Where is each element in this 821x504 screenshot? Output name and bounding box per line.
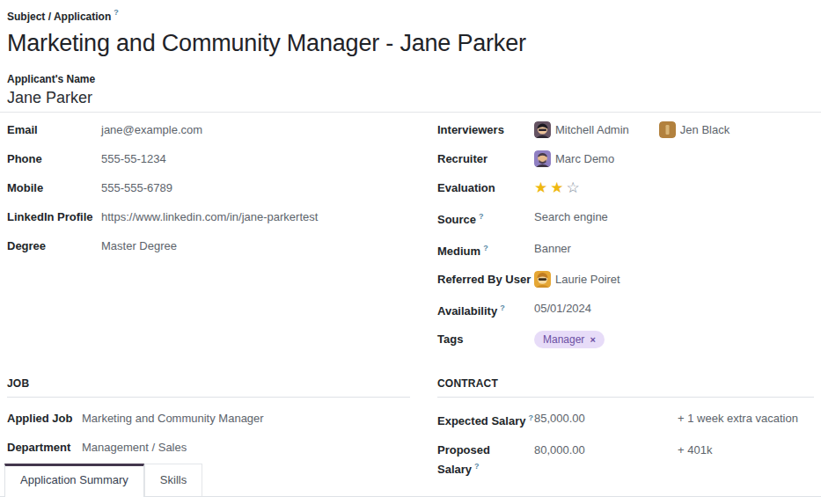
- mobile-value[interactable]: 555-555-6789: [101, 179, 172, 196]
- avatar-mitchell-admin-icon: [534, 121, 551, 138]
- field-linkedin: LinkedIn Profile https://www.linkedin.co…: [7, 208, 410, 226]
- field-expected-salary: Expected Salary? 85,000.00 + 1 week extr…: [437, 410, 814, 429]
- form-header: Subject / Application? Marketing and Com…: [0, 0, 821, 108]
- applicant-name-label: Applicant's Name: [7, 72, 814, 86]
- field-evaluation: Evaluation ★ ★ ☆: [437, 179, 814, 197]
- referred-user-laurie-poiret[interactable]: Laurie Poiret: [534, 271, 620, 288]
- medium-help-icon[interactable]: ?: [483, 244, 488, 252]
- interviewer-jen-black[interactable]: Jen Black: [659, 121, 729, 138]
- star-filled-icon[interactable]: ★: [550, 179, 563, 196]
- expected-salary-help-icon[interactable]: ?: [528, 413, 533, 422]
- field-email: Email jane@example.com: [7, 121, 410, 139]
- linkedin-label: LinkedIn Profile: [7, 208, 101, 225]
- interviewer-name: Mitchell Admin: [555, 121, 629, 138]
- email-label: Email: [7, 121, 101, 138]
- field-degree: Degree Master Degree: [7, 237, 410, 255]
- availability-value[interactable]: 05/01/2024: [534, 300, 591, 317]
- interviewer-name: Jen Black: [680, 121, 729, 138]
- tags-label: Tags: [437, 331, 534, 347]
- notebook-tabbar: Application Summary Skills: [0, 464, 821, 497]
- interviewers-label: Interviewers: [437, 121, 534, 138]
- field-recruiter: Recruiter Marc Demo: [437, 150, 814, 168]
- job-fields: Applied Job Marketing and Community Mana…: [7, 410, 410, 457]
- tag-remove-icon[interactable]: ×: [590, 333, 595, 346]
- recruiter-label: Recruiter: [437, 150, 534, 167]
- field-mobile: Mobile 555-555-6789: [7, 179, 410, 197]
- field-availability: Availability? 05/01/2024: [437, 300, 814, 319]
- contract-section-rule: [437, 397, 814, 398]
- tag-label: Manager: [543, 333, 584, 346]
- applied-job-value[interactable]: Marketing and Community Manager: [82, 410, 264, 427]
- field-department: Department Management / Sales: [7, 439, 410, 457]
- contract-section-title: CONTRACT: [437, 377, 814, 391]
- tab-application-summary[interactable]: Application Summary: [4, 464, 144, 497]
- recruiter-marc-demo[interactable]: Marc Demo: [534, 150, 614, 167]
- expected-salary-extra[interactable]: + 1 week extra vacation: [678, 410, 798, 427]
- right-column: Interviewers Mitchell Admin: [437, 121, 814, 360]
- source-value[interactable]: Search engine: [534, 208, 608, 225]
- field-referred-by: Referred By User Laurie Poiret: [437, 271, 814, 289]
- subject-label: Subject / Application: [7, 11, 111, 23]
- subject-help-icon[interactable]: ?: [114, 8, 119, 17]
- interviewers-value: Mitchell Admin Jen Black: [534, 121, 729, 138]
- availability-help-icon[interactable]: ?: [500, 303, 505, 312]
- subject-label-row: Subject / Application?: [7, 8, 814, 24]
- proposed-salary-extra[interactable]: + 401k: [678, 442, 712, 458]
- source-help-icon[interactable]: ?: [479, 212, 484, 221]
- interviewer-mitchell-admin[interactable]: Mitchell Admin: [534, 121, 629, 138]
- star-filled-icon[interactable]: ★: [534, 179, 547, 196]
- tab-skills[interactable]: Skills: [144, 464, 202, 496]
- avatar-marc-demo-icon: [534, 150, 551, 167]
- phone-value[interactable]: 555-55-1234: [101, 150, 166, 167]
- department-label: Department: [7, 439, 82, 456]
- field-applied-job: Applied Job Marketing and Community Mana…: [7, 410, 410, 427]
- avatar-jen-black-icon: [659, 121, 676, 138]
- phone-label: Phone: [7, 150, 101, 167]
- job-section-title: JOB: [7, 377, 410, 391]
- availability-label: Availability?: [437, 300, 534, 319]
- evaluation-rating: ★ ★ ☆: [534, 179, 580, 196]
- applicant-name-value[interactable]: Jane Parker: [7, 87, 814, 108]
- degree-value[interactable]: Master Degree: [101, 237, 177, 254]
- source-label: Source?: [437, 208, 534, 228]
- expected-salary-value[interactable]: 85,000.00: [534, 410, 678, 427]
- applicant-form-page: Subject / Application? Marketing and Com…: [0, 0, 821, 504]
- field-source: Source? Search engine: [437, 208, 814, 228]
- field-interviewers: Interviewers Mitchell Admin: [437, 121, 814, 139]
- job-section-rule: [7, 397, 410, 398]
- recruiter-name: Marc Demo: [555, 150, 614, 167]
- medium-value[interactable]: Banner: [534, 240, 571, 257]
- field-tags: Tags Manager ×: [437, 331, 814, 348]
- department-value[interactable]: Management / Sales: [82, 439, 187, 456]
- mobile-label: Mobile: [7, 179, 101, 196]
- referred-by-label: Referred By User: [437, 271, 534, 288]
- tag-manager[interactable]: Manager ×: [534, 331, 605, 348]
- email-value[interactable]: jane@example.com: [101, 121, 202, 138]
- expected-salary-label: Expected Salary?: [437, 410, 534, 429]
- field-phone: Phone 555-55-1234: [7, 150, 410, 168]
- field-medium: Medium? Banner: [437, 240, 814, 259]
- referred-user-name: Laurie Poiret: [555, 271, 620, 288]
- applied-job-label: Applied Job: [7, 410, 82, 427]
- star-empty-icon[interactable]: ☆: [567, 179, 580, 196]
- page-title[interactable]: Marketing and Community Manager - Jane P…: [7, 27, 814, 59]
- linkedin-value[interactable]: https://www.linkedin.com/in/jane-parkert…: [101, 208, 318, 225]
- proposed-salary-value[interactable]: 80,000.00: [534, 442, 678, 458]
- medium-label: Medium?: [437, 240, 534, 259]
- avatar-laurie-poiret-icon: [534, 271, 551, 288]
- left-column: Email jane@example.com Phone 555-55-1234…: [7, 121, 410, 360]
- evaluation-label: Evaluation: [437, 179, 534, 196]
- fields-area: Email jane@example.com Phone 555-55-1234…: [0, 113, 821, 360]
- degree-label: Degree: [7, 237, 101, 254]
